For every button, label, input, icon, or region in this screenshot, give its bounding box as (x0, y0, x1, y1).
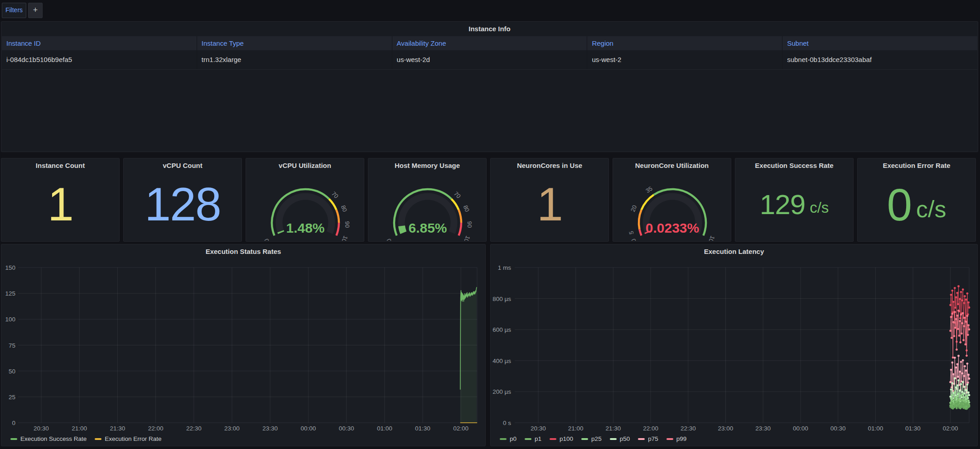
table-cell: us-west-2d (392, 50, 588, 69)
series-point (950, 369, 952, 371)
series-point (964, 343, 966, 345)
series-point (950, 397, 952, 400)
panel-title[interactable]: vCPU Count (124, 162, 241, 169)
series-point (962, 339, 965, 341)
panel-title[interactable]: Instance Count (1, 162, 119, 169)
panel-title[interactable]: Host Memory Usage (368, 162, 486, 169)
series-point (951, 402, 953, 404)
column-header-instance-id[interactable]: Instance ID (2, 36, 197, 50)
series-point (954, 306, 956, 309)
gauge-tick-label: 90 (466, 221, 473, 228)
series-point (962, 359, 964, 362)
series-point (950, 294, 952, 296)
series-point (952, 357, 954, 359)
x-axis-label: 21:30 (606, 425, 621, 432)
x-axis-label: 01:30 (415, 425, 430, 432)
gauge-canvas: 07080901006.85% (377, 168, 478, 241)
panel-title[interactable]: Execution Error Rate (858, 162, 975, 169)
series-point (964, 295, 966, 297)
panel-instance-count: Instance Count1 (1, 158, 120, 242)
panel-title-execution-status-rates[interactable]: Execution Status Rates (1, 248, 485, 255)
panel-title-instance-info[interactable]: Instance Info (1, 25, 978, 33)
y-axis-label: 100 (5, 316, 15, 323)
series-point (966, 354, 968, 357)
table-cell: trn1.32xlarge (197, 50, 392, 69)
stat-value: 0 (887, 184, 912, 225)
y-axis-label: 0 s (503, 420, 511, 426)
legend-swatch (610, 438, 617, 440)
column-header-availability-zone[interactable]: Availability Zone (392, 36, 588, 50)
column-header-subnet[interactable]: Subnet (782, 36, 977, 50)
series-point (954, 357, 956, 359)
panel-title[interactable]: Execution Success Rate (735, 162, 853, 169)
legend-item-p1[interactable]: p1 (525, 435, 541, 442)
series-point (968, 328, 970, 330)
series-point (950, 316, 952, 318)
legend-item-p50[interactable]: p50 (610, 435, 630, 442)
legend-item-p75[interactable]: p75 (638, 435, 658, 442)
gauge-threshold-band (459, 223, 461, 235)
gauge-tick-label: 80 (340, 204, 348, 213)
series-point (951, 362, 953, 364)
gauge-threshold-band (459, 210, 461, 223)
legend-item-p0[interactable]: p0 (500, 435, 517, 442)
y-axis-label: 50 (9, 368, 15, 375)
chart-legend: Execution Success RateExecution Error Ra… (10, 435, 162, 442)
legend-label: p99 (676, 435, 687, 442)
x-axis-label: 01:00 (868, 425, 883, 432)
x-axis-label: 01:30 (905, 425, 921, 432)
gauge-threshold-band (639, 210, 642, 229)
series-point (951, 337, 953, 339)
legend-item-execution-error-rate[interactable]: Execution Error Rate (95, 435, 161, 442)
series-point (956, 292, 958, 294)
time-series-canvas[interactable]: 025507510012515020:3021:0021:3022:0022:3… (1, 244, 485, 446)
gauge-tick-label: 0 (385, 238, 393, 241)
stat-value: 1 (537, 183, 562, 226)
legend-swatch (500, 438, 507, 440)
gauge-tick-label: 20 (629, 204, 638, 213)
legend-item-p99[interactable]: p99 (666, 435, 687, 442)
column-header-region[interactable]: Region (587, 36, 782, 50)
series-point (968, 406, 970, 408)
legend-item-execution-success-rate[interactable]: Execution Success Rate (10, 435, 87, 442)
x-axis-label: 20:30 (34, 425, 49, 432)
series-point (954, 287, 956, 289)
table-cell: us-west-2 (587, 50, 782, 69)
series-point (956, 384, 958, 387)
stat-body: 0c/s (858, 169, 975, 239)
series-point (967, 382, 969, 384)
x-axis-label: 22:00 (148, 425, 164, 432)
series-point (967, 324, 970, 326)
stat-body: 128 (124, 169, 241, 239)
panel-execution-latency: Execution Latency 0 s200 µs400 µs600 µs8… (490, 244, 978, 446)
table-cell: i-084dc1b5106b9efa5 (2, 50, 197, 69)
legend-label: Execution Error Rate (105, 435, 161, 442)
gauge-tick-label: 0 (263, 238, 270, 241)
gauge-threshold-band (336, 210, 339, 223)
y-axis-label: 0 (12, 420, 15, 426)
add-filter-button[interactable]: + (28, 3, 43, 18)
gauge-tick-label: 35 (644, 185, 653, 195)
x-axis-label: 23:00 (718, 425, 734, 432)
y-axis-label: 150 (5, 264, 15, 271)
legend-item-p100[interactable]: p100 (550, 435, 573, 442)
panel-title-execution-latency[interactable]: Execution Latency (491, 248, 977, 255)
panel-title[interactable]: vCPU Utilization (246, 162, 364, 169)
series-point (959, 404, 961, 406)
series-point (956, 363, 958, 365)
panel-neuroncore-utilization: NeuronCore Utilization0520351000.0233% (613, 158, 731, 242)
gauge-canvas: 0520351000.0233% (622, 168, 723, 241)
panel-title[interactable]: NeuronCore Utilization (613, 162, 731, 169)
x-axis-label: 22:00 (643, 425, 658, 432)
series-point (960, 395, 962, 397)
panel-title[interactable]: NeuronCores in Use (491, 162, 608, 169)
x-axis-label: 00:00 (301, 425, 316, 432)
x-axis-label: 23:30 (262, 425, 278, 432)
series-point (960, 361, 962, 363)
panel-execution-success-rate: Execution Success Rate129c/s (735, 158, 854, 242)
legend-item-p25[interactable]: p25 (581, 435, 602, 442)
time-series-canvas[interactable]: 0 s200 µs400 µs600 µs800 µs1 ms20:3021:0… (491, 244, 977, 446)
series-point (967, 374, 970, 376)
column-header-instance-type[interactable]: Instance Type (197, 36, 392, 50)
filters-button[interactable]: Filters (2, 3, 26, 18)
